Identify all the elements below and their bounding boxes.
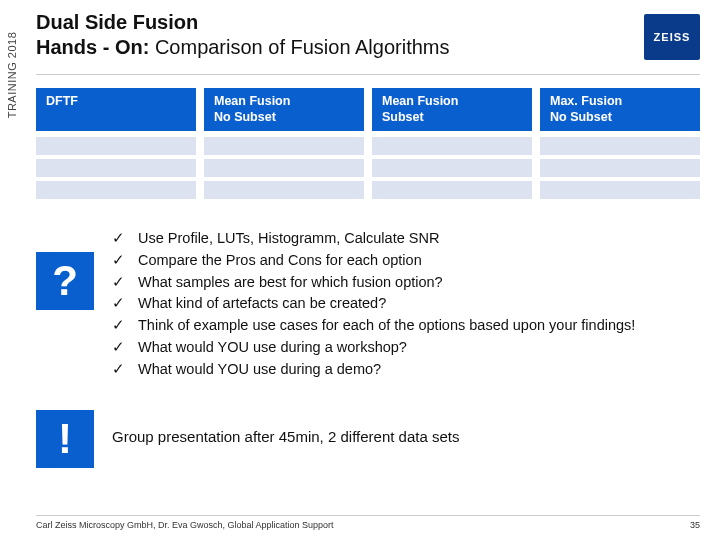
check-icon: ✓	[112, 272, 126, 294]
table-cell	[36, 137, 196, 155]
table-cell	[540, 159, 700, 177]
sidebar-training-text: TRAINING 2018	[6, 32, 18, 119]
comparison-table: DFTF Mean Fusion No Subset Mean Fusion S…	[36, 88, 700, 199]
list-item-text: What would YOU use during a demo?	[138, 359, 381, 381]
check-icon: ✓	[112, 337, 126, 359]
list-item-text: Use Profile, LUTs, Histogramm, Calculate…	[138, 228, 439, 250]
list-item: ✓Use Profile, LUTs, Histogramm, Calculat…	[112, 228, 635, 250]
slide-header: Dual Side Fusion Hands - On: Comparison …	[36, 10, 700, 75]
exclaim-badge: !	[36, 410, 94, 468]
question-badge-text: ?	[52, 257, 78, 305]
check-icon: ✓	[112, 359, 126, 381]
title-block: Dual Side Fusion Hands - On: Comparison …	[36, 10, 449, 60]
slide-footer: Carl Zeiss Microscopy GmbH, Dr. Eva Gwos…	[36, 515, 700, 530]
th-mean-no-subset-text: Mean Fusion No Subset	[214, 94, 290, 125]
th-dftf-text: DFTF	[46, 94, 78, 110]
check-icon: ✓	[112, 228, 126, 250]
list-item: ✓Think of example use cases for each of …	[112, 315, 635, 337]
table-cell	[204, 137, 364, 155]
check-icon: ✓	[112, 293, 126, 315]
th-max-no-subset-text: Max. Fusion No Subset	[550, 94, 622, 125]
table-cell	[372, 181, 532, 199]
list-item: ✓What would YOU use during a demo?	[112, 359, 635, 381]
question-badge: ?	[36, 252, 94, 310]
table-body	[36, 137, 700, 199]
table-cell	[36, 159, 196, 177]
table-row	[36, 159, 700, 177]
table-cell	[540, 181, 700, 199]
list-item: ✓What would YOU use during a workshop?	[112, 337, 635, 359]
th-mean-subset: Mean Fusion Subset	[372, 88, 532, 131]
th-max-no-subset: Max. Fusion No Subset	[540, 88, 700, 131]
title-line-2-bold: Hands - On:	[36, 36, 149, 58]
group-text: Group presentation after 45min, 2 differ…	[112, 416, 459, 445]
table-cell	[540, 137, 700, 155]
list-item-text: What kind of artefacts can be created?	[138, 293, 386, 315]
zeiss-logo-text: ZEISS	[654, 31, 691, 43]
list-item-text: Think of example use cases for each of t…	[138, 315, 635, 337]
list-item: ✓What kind of artefacts can be created?	[112, 293, 635, 315]
list-item-text: What would YOU use during a workshop?	[138, 337, 407, 359]
title-line-1: Dual Side Fusion	[36, 10, 449, 35]
check-icon: ✓	[112, 250, 126, 272]
title-line-2: Hands - On: Comparison of Fusion Algorit…	[36, 35, 449, 60]
group-callout: ! Group presentation after 45min, 2 diff…	[36, 416, 700, 468]
table-cell	[372, 159, 532, 177]
th-mean-no-subset: Mean Fusion No Subset	[204, 88, 364, 131]
table-row	[36, 181, 700, 199]
list-item-text: What samples are best for which fusion o…	[138, 272, 443, 294]
zeiss-logo: ZEISS	[644, 14, 700, 60]
th-mean-subset-text: Mean Fusion Subset	[382, 94, 458, 125]
table-cell	[36, 181, 196, 199]
footer-left: Carl Zeiss Microscopy GmbH, Dr. Eva Gwos…	[36, 520, 334, 530]
sidebar-training-label: TRAINING 2018	[0, 0, 26, 85]
table-row	[36, 137, 700, 155]
questions-callout: ? ✓Use Profile, LUTs, Histogramm, Calcul…	[36, 228, 700, 380]
exclaim-badge-text: !	[58, 415, 72, 463]
list-item: ✓Compare the Pros and Cons for each opti…	[112, 250, 635, 272]
table-cell	[204, 181, 364, 199]
footer-page-number: 35	[690, 520, 700, 530]
list-item: ✓What samples are best for which fusion …	[112, 272, 635, 294]
table-cell	[372, 137, 532, 155]
title-line-2-rest: Comparison of Fusion Algorithms	[149, 36, 449, 58]
question-list: ✓Use Profile, LUTs, Histogramm, Calculat…	[112, 228, 635, 380]
th-dftf: DFTF	[36, 88, 196, 131]
check-icon: ✓	[112, 315, 126, 337]
table-cell	[204, 159, 364, 177]
table-header-row: DFTF Mean Fusion No Subset Mean Fusion S…	[36, 88, 700, 131]
list-item-text: Compare the Pros and Cons for each optio…	[138, 250, 422, 272]
